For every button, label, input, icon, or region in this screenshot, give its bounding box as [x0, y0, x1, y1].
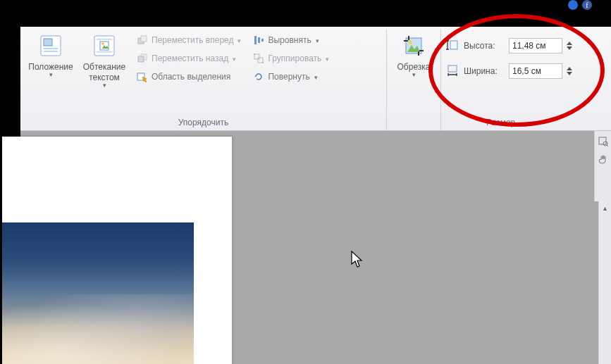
svg-rect-27 [448, 65, 457, 72]
spinner-up-icon [567, 67, 572, 70]
svg-line-30 [607, 145, 608, 146]
bring-forward-label: Переместить вперед [152, 35, 233, 45]
svg-point-9 [102, 43, 104, 45]
wrap-text-label: Обтекание текстом [80, 62, 129, 83]
hand-tool-icon[interactable] [597, 153, 610, 166]
group-icon [252, 52, 265, 65]
svg-text:f: f [586, 1, 588, 9]
app-window: Положение Обтекание те [20, 27, 611, 364]
height-icon [445, 39, 459, 54]
width-spinner[interactable] [567, 67, 574, 75]
svg-rect-19 [261, 39, 264, 42]
position-button[interactable]: Положение [25, 31, 77, 80]
align-icon [252, 34, 265, 46]
chevron-down-icon [313, 72, 318, 82]
rotate-button[interactable]: Повернуть [251, 68, 331, 86]
svg-rect-15 [138, 56, 144, 62]
send-backward-label: Переместить назад [152, 54, 228, 63]
chevron-down-icon [231, 54, 236, 63]
zoom-tool-icon[interactable] [597, 135, 610, 148]
scroll-up-icon: ▴ [599, 201, 611, 214]
svg-point-0 [568, 0, 578, 10]
svg-rect-13 [141, 36, 147, 42]
svg-rect-4 [44, 39, 52, 46]
svg-rect-6 [44, 51, 58, 52]
group-button[interactable]: Группировать [251, 49, 331, 68]
bring-forward-button[interactable]: Переместить вперед [135, 31, 242, 49]
size-group-label: Размер [445, 115, 607, 129]
dropdown-icon [103, 83, 106, 89]
selection-pane-icon [136, 70, 149, 83]
ribbon: Положение Обтекание те [20, 27, 611, 131]
send-backward-icon [136, 52, 149, 65]
svg-point-1 [582, 0, 592, 10]
selection-pane-label: Область выделения [152, 72, 230, 82]
width-input[interactable] [509, 63, 562, 79]
svg-rect-28 [599, 137, 606, 144]
height-spinner[interactable] [567, 42, 574, 50]
arrange-group-label: Упорядочить [25, 115, 382, 129]
inserted-image[interactable] [2, 222, 194, 364]
document-canvas[interactable] [20, 131, 611, 364]
send-backward-button[interactable]: Переместить назад [135, 49, 242, 68]
svg-rect-21 [258, 58, 263, 63]
svg-rect-18 [258, 37, 260, 43]
crop-button[interactable]: Обрезка [391, 31, 436, 80]
height-input[interactable] [509, 38, 562, 54]
chevron-down-icon [324, 54, 329, 63]
width-label: Ширина: [464, 66, 505, 76]
crop-group-spacer [391, 115, 436, 129]
svg-rect-10 [97, 39, 112, 40]
spinner-down-icon [567, 72, 572, 75]
selection-pane-button[interactable]: Область выделения [135, 68, 242, 86]
svg-rect-11 [97, 51, 112, 53]
wrap-text-button[interactable]: Обтекание текстом [78, 31, 130, 91]
dropdown-icon [49, 73, 53, 79]
rotate-label: Повернуть [268, 72, 309, 82]
chevron-down-icon [314, 35, 319, 45]
spinner-up-icon [567, 42, 572, 45]
svg-rect-20 [254, 54, 259, 59]
rotate-icon [252, 70, 265, 83]
dropdown-icon [412, 73, 416, 79]
group-label: Группировать [268, 54, 321, 63]
svg-point-25 [409, 41, 412, 44]
align-label: Выровнять [268, 35, 311, 45]
spinner-down-icon [567, 46, 572, 50]
svg-rect-5 [44, 48, 58, 49]
title-bar-fragment: f [566, 0, 594, 10]
svg-rect-22 [254, 54, 255, 55]
svg-rect-26 [450, 41, 457, 49]
crop-icon [402, 34, 426, 58]
align-button[interactable]: Выровнять [251, 31, 331, 49]
height-label: Высота: [464, 41, 505, 51]
svg-rect-17 [254, 36, 257, 44]
wrap-text-icon [92, 34, 116, 58]
vertical-scrollbar[interactable]: ▴ [598, 201, 611, 364]
chevron-down-icon [236, 35, 241, 45]
position-icon [39, 34, 63, 58]
side-toolbar [594, 131, 611, 201]
bring-forward-icon [136, 34, 149, 46]
width-icon [445, 64, 459, 79]
svg-rect-23 [262, 62, 264, 63]
